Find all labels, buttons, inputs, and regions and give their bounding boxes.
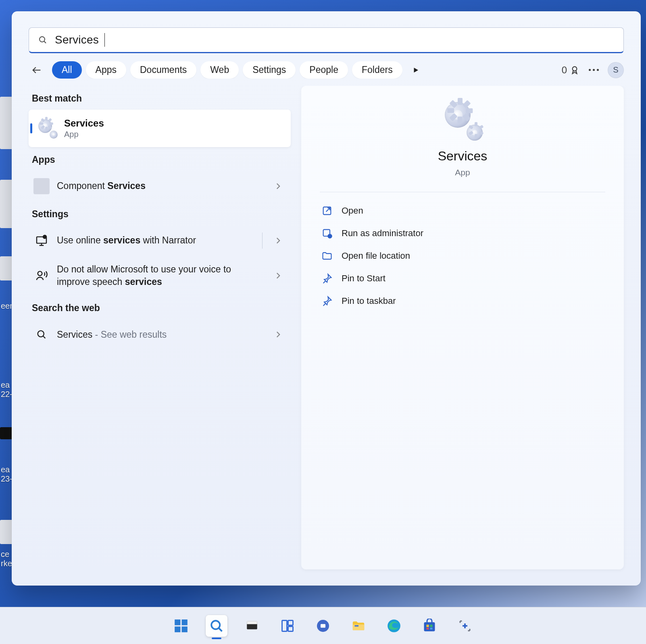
- result-component-services[interactable]: Component Services: [29, 171, 291, 202]
- result-label: Services - See web results: [57, 328, 266, 341]
- chat-button[interactable]: [312, 615, 334, 637]
- chevron-right-icon: [273, 329, 283, 340]
- search-button[interactable]: [206, 615, 227, 637]
- windows-icon: [173, 618, 189, 634]
- result-narrator-services[interactable]: Use online services with Narrator: [29, 225, 291, 256]
- back-button[interactable]: [29, 62, 45, 78]
- play-icon: [412, 66, 419, 74]
- svg-line-11: [43, 336, 46, 339]
- action-run-admin[interactable]: Run as administrator: [320, 222, 605, 245]
- svg-marker-3: [414, 68, 418, 73]
- tab-documents[interactable]: Documents: [130, 61, 196, 79]
- gears-icon: [444, 102, 481, 139]
- tab-settings[interactable]: Settings: [243, 61, 296, 79]
- text-caret: [104, 33, 105, 47]
- tab-web[interactable]: Web: [200, 61, 239, 79]
- svg-point-9: [38, 271, 42, 276]
- chat-icon: [316, 619, 330, 633]
- action-label: Open file location: [342, 251, 410, 261]
- gears-icon: [38, 119, 57, 138]
- store-button[interactable]: [419, 615, 440, 637]
- taskbar: [0, 607, 646, 644]
- widgets-button[interactable]: [277, 615, 298, 637]
- edge-icon: [386, 618, 402, 634]
- svg-rect-31: [424, 622, 435, 632]
- svg-point-14: [328, 234, 331, 238]
- svg-point-0: [40, 37, 45, 42]
- chevron-right-icon: [273, 181, 283, 191]
- more-options-button[interactable]: [589, 69, 599, 71]
- search-icon: [209, 619, 224, 633]
- open-icon: [321, 205, 333, 216]
- snipping-tool-button[interactable]: [454, 615, 476, 637]
- search-filter-row: All Apps Documents Web Settings People F…: [12, 61, 641, 86]
- svg-rect-16: [182, 619, 188, 625]
- store-icon: [422, 619, 437, 633]
- search-value: Services: [55, 33, 99, 46]
- svg-rect-34: [427, 627, 429, 629]
- file-explorer-button[interactable]: [348, 615, 369, 637]
- desktop-label: ea 23-: [1, 465, 13, 484]
- rewards-points[interactable]: 0: [562, 64, 580, 76]
- result-speech-services[interactable]: Do not allow Microsoft to use your voice…: [29, 256, 291, 295]
- svg-rect-18: [182, 626, 188, 632]
- svg-rect-35: [430, 627, 433, 629]
- user-avatar[interactable]: S: [608, 62, 624, 78]
- tabs-scroll-right[interactable]: [409, 63, 423, 77]
- task-view-button[interactable]: [241, 615, 263, 637]
- shield-admin-icon: [321, 228, 333, 239]
- svg-point-10: [38, 331, 44, 337]
- result-label: Do not allow Microsoft to use your voice…: [57, 263, 266, 288]
- edge-button[interactable]: [383, 615, 405, 637]
- tab-apps[interactable]: Apps: [86, 61, 126, 79]
- start-search-panel: Services All Apps Documents Web Settings…: [12, 11, 641, 586]
- svg-point-8: [43, 235, 46, 239]
- search-icon: [38, 35, 48, 45]
- chevron-right-icon: [273, 235, 283, 246]
- chevron-right-icon: [273, 270, 283, 281]
- search-icon: [33, 326, 50, 343]
- svg-rect-15: [175, 619, 180, 625]
- start-button[interactable]: [170, 615, 192, 637]
- preview-subtitle: App: [455, 168, 470, 177]
- action-label: Run as administrator: [342, 228, 423, 239]
- preview-title: Services: [438, 149, 488, 164]
- svg-rect-22: [247, 621, 257, 624]
- points-value: 0: [562, 64, 567, 76]
- preview-pane: Services App Open Run as administrator O…: [301, 86, 624, 569]
- search-input[interactable]: Services: [29, 27, 624, 53]
- action-pin-taskbar[interactable]: Pin to taskbar: [320, 290, 605, 312]
- folder-icon: [321, 250, 333, 262]
- svg-rect-24: [288, 620, 293, 625]
- svg-line-1: [44, 41, 46, 43]
- svg-point-19: [211, 621, 220, 629]
- heading-best-match: Best match: [32, 93, 291, 104]
- heading-apps: Apps: [32, 154, 291, 165]
- best-match-title: Services: [64, 118, 104, 129]
- result-web-services[interactable]: Services - See web results: [29, 319, 291, 350]
- tab-folders[interactable]: Folders: [352, 61, 402, 79]
- arrow-left-icon: [31, 64, 42, 76]
- action-pin-start[interactable]: Pin to Start: [320, 267, 605, 290]
- svg-rect-32: [427, 625, 429, 627]
- widgets-icon: [280, 619, 295, 633]
- task-view-icon: [245, 619, 259, 633]
- action-open[interactable]: Open: [320, 199, 605, 222]
- medal-icon: [569, 65, 580, 75]
- svg-line-20: [219, 628, 222, 631]
- search-header-right: 0 S: [562, 62, 624, 78]
- action-label: Pin to taskbar: [342, 296, 396, 306]
- action-open-location[interactable]: Open file location: [320, 245, 605, 267]
- search-row: Services: [12, 11, 641, 61]
- svg-rect-29: [355, 625, 359, 626]
- tab-all[interactable]: All: [52, 61, 82, 79]
- action-label: Open: [342, 206, 363, 216]
- results-column: Best match Services App Apps Component S…: [29, 86, 291, 569]
- desktop-label: ea 22-: [1, 380, 13, 399]
- best-match-result[interactable]: Services App: [29, 110, 291, 147]
- tab-people[interactable]: People: [300, 61, 348, 79]
- svg-point-4: [573, 66, 577, 71]
- snip-icon: [458, 619, 472, 633]
- best-match-subtitle: App: [64, 130, 104, 139]
- pin-icon: [321, 295, 333, 307]
